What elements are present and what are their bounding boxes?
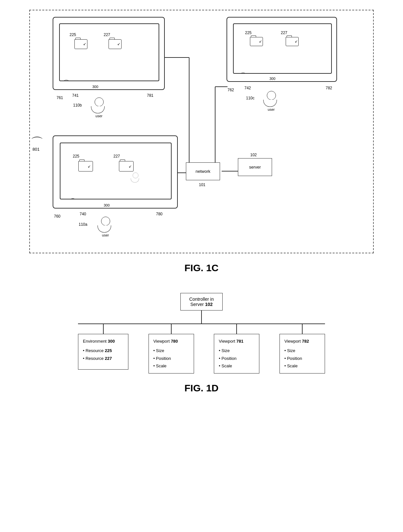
root-connector-down [201,310,202,323]
root-line2: Server 102 [187,302,216,307]
node-vp782-size: Size [284,347,320,354]
user-110b: user [93,97,105,118]
h-branch-line [78,323,325,324]
ref-782: 782 [326,86,332,90]
ref-102: 102 [250,153,257,157]
connector-viewport-780 [171,324,172,334]
ref-300-tr: 300 [269,77,275,81]
ref-110b: 110b [73,103,82,108]
ref-110c: 110c [246,96,254,100]
fig1d-label: FIG. 1D [184,383,218,394]
brace-tl: ⌒ [63,79,70,87]
ref-227-tr: 227 [281,31,287,35]
connector-viewport-782 [302,324,303,334]
network-box: network [186,162,220,180]
ref-801-curve: ⌒ [31,134,44,152]
arrow-225-bl: ↙ [88,164,91,169]
node-vp781-scale: Scale [219,362,254,370]
monitor-top-right-inner: 225 ↙ 227 ↙ [233,23,332,74]
tree-diagram: Controller in Server 102 Environment 300 [32,293,370,374]
user-label-110b: user [93,114,105,118]
ref-110a: 110a [79,222,87,227]
ref-780: 780 [156,212,162,216]
monitor-top-right: 225 ↙ 227 ↙ 300 ⌒ [227,17,337,82]
ref-760: 760 [54,214,60,219]
ref-741: 741 [72,93,79,98]
ref-300-tl: 300 [92,85,98,89]
fig1d-container: Controller in Server 102 Environment 300 [23,286,380,377]
user-body-110c [263,100,277,107]
node-viewport-780: Viewport 780 Size Position Scale [149,334,194,374]
person-inside-monitor [132,172,139,183]
monitor-bottom-inner: 225 ↙ 227 ↙ [60,143,172,199]
user-label-110c: user [266,108,277,111]
ref-227-tl: 227 [104,32,110,37]
user-head-110c [267,91,276,100]
ref-225-tr: 225 [245,31,252,35]
fig1c-label: FIG. 1C [184,262,218,273]
root-server-num: 102 [205,302,213,307]
node-viewport-781: Viewport 781 Size Position Scale [214,334,259,374]
monitor-bottom: 225 ↙ 227 ↙ 300 ⌒ [53,135,178,209]
node-env-300-title: Environment 300 [83,337,124,345]
root-line1: Controller in [187,297,216,302]
node-vp782-title: Viewport 782 [284,337,320,345]
monitor-top-left-inner: 225 ↙ 227 ↙ [59,23,159,81]
node-env-300-item2: Resource 227 [83,355,124,362]
ref-761: 761 [57,95,63,100]
ref-300-bl: 300 [104,203,110,207]
brace-bl: ⌒ [70,197,76,206]
node-vp780-size: Size [153,347,189,354]
node-vp780-scale: Scale [153,362,189,370]
user-body-110a [98,225,111,233]
node-vp781-list: Size Position Scale [219,347,254,370]
tree-root-node: Controller in Server 102 [180,293,223,310]
node-vp782-pos: Position [284,355,320,362]
ref-742: 742 [244,86,251,90]
arrow-225-tl: ↙ [83,42,86,46]
ref-762: 762 [228,88,234,92]
ref-101: 101 [199,183,205,187]
child-env-300: Environment 300 Resource 225 Resource 22… [78,324,128,374]
node-vp780-title: Viewport 780 [153,337,189,345]
node-vp781-title: Viewport 781 [219,337,254,345]
node-vp782-scale: Scale [284,362,320,370]
node-vp780-list: Size Position Scale [153,347,189,370]
user-body-110b [91,106,105,113]
tree-branch-area: Environment 300 Resource 225 Resource 22… [55,323,348,374]
ref-225-bl: 225 [73,154,79,158]
ref-781: 781 [147,93,153,98]
arrow-227-bl: ↙ [129,164,132,169]
user-head-110a [101,217,110,226]
ref-740: 740 [80,212,86,216]
child-viewport-781: Viewport 781 Size Position Scale [214,324,259,374]
node-vp781-size: Size [219,347,254,354]
resource-225-bl [78,159,93,171]
connector-env-300 [103,324,104,334]
node-env-300-list: Resource 225 Resource 227 [83,347,124,362]
children-row: Environment 300 Resource 225 Resource 22… [78,324,325,374]
arrow-227-tl: ↙ [117,42,120,46]
user-label-110a: user [100,233,111,237]
node-env-300-item1: Resource 225 [83,347,124,354]
arrow-225-tr: ↙ [259,39,262,44]
user-head-110b [95,97,104,107]
node-vp781-pos: Position [219,355,254,362]
server-box: server [238,158,272,176]
monitor-top-left: 225 ↙ 227 ↙ 300 ⌒ [53,17,165,90]
child-viewport-782: Viewport 782 Size Position Scale [280,324,325,374]
node-env-300: Environment 300 Resource 225 Resource 22… [78,334,128,370]
ref-225-tl: 225 [70,32,76,37]
user-110a: user [100,217,111,237]
arrow-227-tr: ↙ [295,39,298,44]
node-viewport-782: Viewport 782 Size Position Scale [280,334,325,374]
connector-viewport-781 [236,324,237,334]
ref-227-bl: 227 [113,154,120,158]
brace-tr: ⌒ [240,71,246,79]
user-110c: user [266,91,277,111]
node-vp780-pos: Position [153,355,189,362]
child-viewport-780: Viewport 780 Size Position Scale [149,324,194,374]
page-container: 801 ⌒ [0,0,403,413]
node-vp782-list: Size Position Scale [284,347,320,370]
